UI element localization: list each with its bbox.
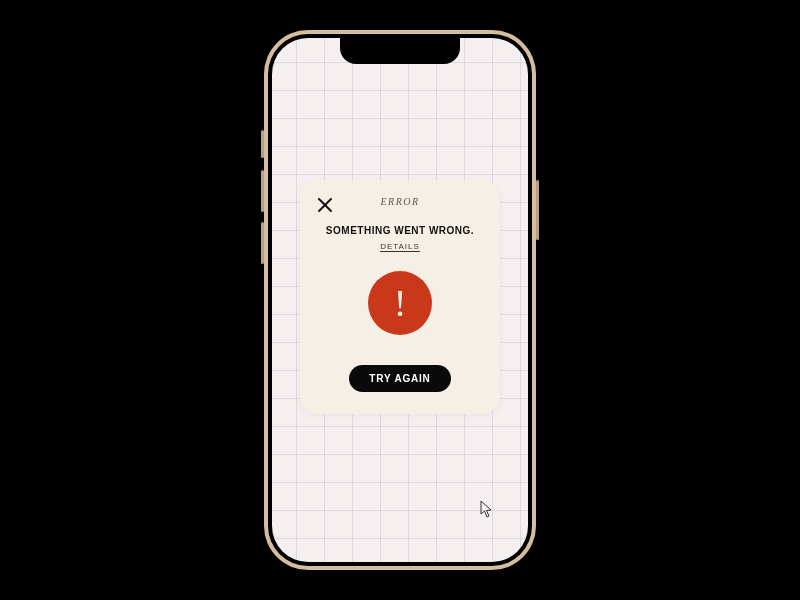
try-again-button[interactable]: TRY AGAIN bbox=[349, 365, 450, 392]
phone-notch bbox=[340, 38, 460, 64]
phone-frame: ERROR SOMETHING WENT WRONG. DETAILS ! TR… bbox=[264, 30, 536, 570]
exclamation-icon: ! bbox=[394, 284, 407, 322]
phone-side-button bbox=[261, 130, 264, 158]
phone-side-button bbox=[261, 222, 264, 264]
details-link[interactable]: DETAILS bbox=[380, 242, 420, 251]
error-message: SOMETHING WENT WRONG. bbox=[326, 225, 474, 236]
error-modal: ERROR SOMETHING WENT WRONG. DETAILS ! TR… bbox=[300, 180, 500, 414]
phone-side-button bbox=[261, 170, 264, 212]
phone-bezel: ERROR SOMETHING WENT WRONG. DETAILS ! TR… bbox=[268, 34, 532, 566]
phone-side-button bbox=[536, 180, 539, 240]
warning-icon: ! bbox=[368, 271, 432, 335]
phone-screen: ERROR SOMETHING WENT WRONG. DETAILS ! TR… bbox=[272, 38, 528, 562]
modal-header: ERROR bbox=[316, 196, 484, 207]
close-icon bbox=[316, 196, 334, 214]
close-button[interactable] bbox=[316, 196, 334, 214]
modal-title: ERROR bbox=[316, 196, 484, 207]
cursor-icon bbox=[480, 500, 494, 518]
